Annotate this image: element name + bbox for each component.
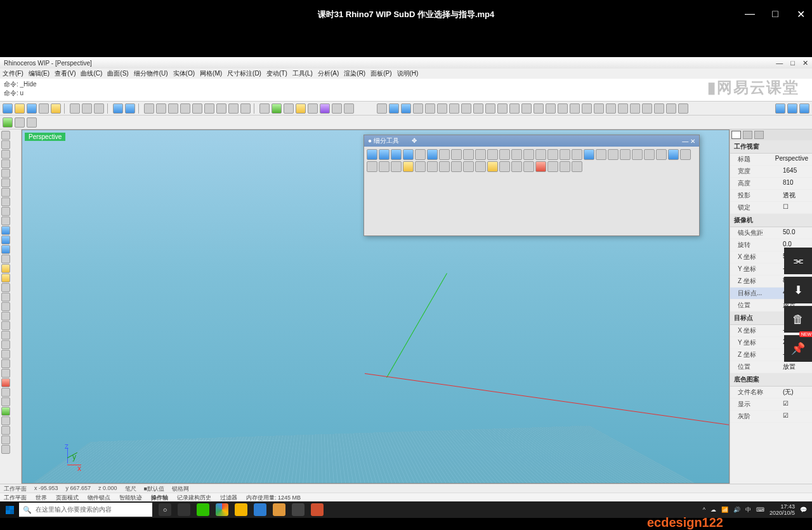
pan-icon[interactable] [144, 103, 154, 114]
subd-prim-3-icon[interactable] [391, 149, 402, 160]
subd-merge-icon[interactable] [594, 103, 604, 114]
subd-prim-5-icon[interactable] [415, 149, 426, 160]
zoom-dynamic-icon[interactable] [216, 103, 226, 114]
shade-icon[interactable] [259, 103, 270, 114]
scale-icon[interactable] [1, 350, 10, 359]
tray-icon[interactable]: ⌨ [756, 507, 764, 513]
command-area[interactable]: 命令: _Hide 命令: u ▮网易云课堂 [0, 79, 812, 102]
subd-sphere-icon[interactable] [401, 103, 411, 114]
text-icon[interactable] [1, 216, 10, 225]
menu-solid[interactable]: 实体(O) [173, 69, 195, 78]
close-button[interactable]: ✕ [794, 8, 807, 20]
menu-curve[interactable]: 曲线(C) [81, 69, 102, 78]
chrome-icon[interactable] [216, 503, 228, 516]
subd-edit-14-icon[interactable] [644, 149, 655, 160]
rhino-minimize[interactable]: — [776, 59, 783, 67]
notifications-icon[interactable]: 💬 [800, 507, 807, 513]
tray-volume-icon[interactable]: 🔊 [733, 507, 740, 513]
subd-torus-icon[interactable] [437, 103, 447, 114]
subd-symmetry-icon[interactable] [618, 103, 628, 114]
four-view-icon[interactable] [228, 103, 239, 114]
wechat-icon[interactable] [197, 503, 209, 516]
menu-transform[interactable]: 变动(T) [266, 69, 287, 78]
copy-icon[interactable] [82, 103, 92, 114]
subd-subdivide-icon[interactable] [582, 103, 592, 114]
trim-icon[interactable] [1, 283, 10, 292]
menu-dimension[interactable]: 尺寸标注(D) [227, 69, 261, 78]
menu-view[interactable]: 查看(V) [55, 69, 75, 78]
tray-cloud-icon[interactable]: ☁ [710, 507, 716, 513]
undo-icon[interactable] [113, 103, 123, 114]
menu-file[interactable]: 文件(F) [3, 69, 23, 78]
subd-prim-2-icon[interactable] [379, 149, 390, 160]
array-icon[interactable] [1, 369, 10, 378]
select-icon[interactable] [377, 103, 387, 114]
arc-icon[interactable] [1, 178, 10, 187]
subd-cube-icon[interactable] [389, 103, 399, 114]
tray-ime-icon[interactable]: 中 [745, 506, 751, 514]
rhino-maximize[interactable]: □ [790, 59, 795, 67]
tray-wifi-icon[interactable]: 📶 [721, 507, 728, 513]
subd-prim-1-icon[interactable] [367, 149, 377, 160]
cplane-icon[interactable] [240, 103, 251, 114]
subd-row2-15-icon[interactable] [523, 161, 534, 172]
subd-edit-9-icon[interactable] [584, 149, 594, 160]
polygon-icon[interactable] [1, 197, 10, 206]
tool-x2-icon[interactable] [1, 426, 10, 435]
subd-tool-b-icon[interactable] [666, 103, 676, 114]
subd-prim-8-icon[interactable] [451, 149, 462, 160]
tool-x3-icon[interactable] [1, 435, 10, 444]
cortana-icon[interactable]: ○ [159, 503, 171, 516]
subd-tool-c-icon[interactable] [678, 103, 688, 114]
subd-smooth-icon[interactable] [570, 103, 580, 114]
panel-a-icon[interactable] [775, 103, 785, 114]
clock-time[interactable]: 17:43 [769, 503, 795, 510]
render-tool-icon[interactable] [1, 407, 10, 416]
subd-row2-6-icon[interactable] [415, 161, 426, 172]
share-button[interactable]: ⫘ [784, 248, 812, 274]
explode-icon[interactable] [1, 264, 10, 273]
subd-revolve-icon[interactable] [485, 103, 495, 114]
viewport-label[interactable]: Perspective [25, 133, 65, 141]
floating-toolbar-titlebar[interactable]: ● 细分工具 ✥ — ✕ [364, 135, 699, 147]
subd-row2-11-icon[interactable] [475, 161, 486, 172]
subd-row2-16-icon[interactable] [535, 161, 546, 172]
light-icon[interactable] [332, 103, 342, 114]
menu-render[interactable]: 渲染(R) [344, 69, 365, 78]
mesh-icon[interactable] [1, 245, 10, 254]
subd-display-icon[interactable] [630, 103, 640, 114]
import-icon[interactable] [51, 103, 61, 114]
subd-fill-icon[interactable] [509, 103, 520, 114]
subd-edit-10-icon[interactable] [596, 149, 606, 160]
subd-row2-10-icon[interactable] [463, 161, 474, 172]
subd-row2-13-icon[interactable] [499, 161, 510, 172]
subd-crease-icon[interactable] [558, 103, 568, 114]
render-icon[interactable] [272, 103, 282, 114]
subd-edit-7-icon[interactable] [560, 149, 570, 160]
ellipse-icon[interactable] [1, 207, 10, 216]
delete-button[interactable]: 🗑 [784, 306, 812, 333]
subd-inset-icon[interactable] [534, 103, 544, 114]
maximize-button[interactable]: □ [769, 8, 782, 20]
solid-icon[interactable] [1, 235, 10, 244]
subd-convert-icon[interactable] [642, 103, 652, 114]
join-icon[interactable] [1, 274, 10, 282]
lock-icon[interactable] [27, 117, 37, 128]
print-icon[interactable] [39, 103, 49, 114]
panel-c-icon[interactable] [799, 103, 809, 114]
subd-row2-9-icon[interactable] [451, 161, 462, 172]
layers-icon[interactable] [296, 103, 306, 114]
subd-prim-7-icon[interactable] [439, 149, 450, 160]
move-icon[interactable] [1, 321, 10, 330]
rhino-taskbar-icon[interactable] [292, 503, 304, 516]
paste-icon[interactable] [94, 103, 104, 114]
subd-row2-12-icon[interactable] [487, 161, 498, 172]
subd-edit-3-icon[interactable] [511, 149, 522, 160]
line-icon[interactable] [1, 150, 10, 159]
perspective-viewport[interactable]: Perspective z y x ● 细分工具 ✥ — ✕ [22, 129, 730, 484]
subd-edit-8-icon[interactable] [572, 149, 582, 160]
menu-edit[interactable]: 编辑(E) [29, 69, 49, 78]
analyze-icon[interactable] [1, 388, 10, 397]
subd-edit-15-icon[interactable] [656, 149, 667, 160]
curve-icon[interactable] [1, 140, 10, 149]
